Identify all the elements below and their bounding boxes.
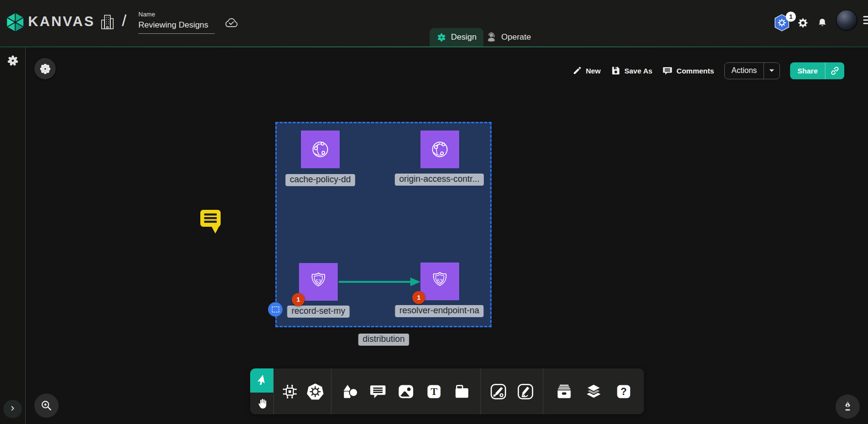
help-tool[interactable]: ? — [614, 382, 633, 401]
node-origin-access-control[interactable] — [420, 131, 459, 168]
cloudfront-globe-icon — [308, 137, 332, 161]
canvas-comment-marker[interactable] — [200, 209, 222, 234]
utility-tool-group: ? — [543, 368, 644, 414]
image-icon — [397, 383, 415, 400]
design-tab-icon — [436, 32, 447, 43]
notifications-bell-icon[interactable] — [817, 17, 827, 28]
caret-down-icon — [769, 69, 775, 73]
organization-icon[interactable] — [101, 14, 114, 30]
bottom-toolbar: T — [250, 368, 644, 414]
cloud-sync-icon — [224, 16, 239, 29]
question-mark-icon: ? — [615, 383, 632, 400]
pencil-scribble-icon — [517, 383, 534, 400]
frame-tool[interactable] — [452, 382, 471, 401]
sidebar-swirl-icon[interactable] — [6, 54, 19, 67]
actions-dropdown-toggle[interactable] — [763, 63, 779, 79]
actions-split-button[interactable]: Actions — [724, 62, 780, 79]
sidebar-expand-button[interactable]: › — [3, 400, 22, 418]
comment-tool[interactable] — [369, 382, 387, 401]
canvas-action-bar: New Save As Comments Actions Share — [572, 62, 844, 79]
node-label-origin-access-control[interactable]: origin-access-contr... — [395, 174, 484, 186]
user-avatar[interactable] — [836, 10, 857, 31]
question-glyph: ? — [620, 386, 627, 397]
drawer-icon — [555, 383, 573, 400]
node-label-cache-policy[interactable]: cache-policy-dd — [285, 174, 355, 186]
pen-path-tool[interactable] — [489, 382, 508, 401]
hand-icon — [256, 397, 268, 409]
text-glyph: T — [431, 386, 437, 397]
pen-nib-icon — [842, 401, 853, 412]
text-tool[interactable]: T — [425, 382, 443, 401]
copy-link-button[interactable] — [825, 62, 844, 79]
comments-icon — [662, 66, 673, 76]
actions-label[interactable]: Actions — [725, 63, 763, 79]
route53-shield-icon — [306, 270, 330, 294]
pencil-icon — [572, 66, 582, 75]
node-label-resolver-endpoint[interactable]: resolver-endpoint-na — [395, 305, 483, 317]
left-sidebar: › — [0, 47, 26, 424]
tab-operate[interactable]: Operate — [479, 28, 538, 46]
zoom-in-button[interactable] — [34, 394, 59, 418]
app-logo-text: KANVAS — [28, 14, 95, 29]
header-accent-line — [0, 46, 868, 47]
name-field-label: Name — [138, 11, 215, 18]
layers-tool[interactable] — [584, 382, 603, 401]
magnifier-plus-icon — [40, 399, 53, 412]
circuit-chip-icon — [281, 383, 299, 400]
operate-tab-label: Operate — [501, 32, 531, 42]
selection-marquee-handle[interactable] — [268, 302, 283, 317]
text-tool-icon: T — [426, 383, 442, 400]
content-tool-group: T — [331, 368, 480, 414]
select-tool[interactable] — [250, 368, 273, 393]
comment-bubble-icon — [369, 383, 387, 400]
kubernetes-tool[interactable] — [306, 382, 324, 401]
settings-gear-icon[interactable] — [797, 17, 808, 29]
pointer-tool-group — [250, 368, 273, 414]
comments-label: Comments — [676, 67, 714, 75]
flower-icon — [39, 63, 51, 75]
shapes-tool[interactable] — [341, 382, 359, 401]
link-icon — [830, 66, 840, 76]
share-split-button[interactable]: Share — [790, 62, 844, 79]
new-button[interactable]: New — [572, 66, 601, 75]
node-label-record-set[interactable]: record-set-my — [287, 306, 349, 318]
pen-path-icon — [490, 383, 507, 400]
chevron-right-icon: › — [11, 402, 14, 414]
cloudfront-globe-icon — [425, 135, 455, 164]
pan-tool[interactable] — [250, 393, 273, 414]
cursor-arrow-icon — [255, 374, 268, 387]
save-as-button[interactable]: Save As — [611, 66, 652, 75]
meshsync-circuit-tool[interactable] — [281, 382, 299, 401]
node-record-set[interactable] — [299, 263, 338, 301]
resolver-endpoint-badge: 1 — [412, 291, 425, 304]
design-name-input[interactable] — [138, 19, 215, 34]
shapes-icon — [342, 383, 359, 400]
tab-design[interactable]: Design — [430, 28, 483, 46]
marquee-icon — [272, 307, 279, 312]
route53-shield-icon — [428, 269, 452, 293]
kubernetes-wheel-icon — [306, 382, 324, 400]
image-tool[interactable] — [397, 382, 415, 401]
canvas-menu-button[interactable] — [34, 58, 56, 79]
record-set-badge: 1 — [292, 293, 305, 306]
kanvas-logo-icon[interactable] — [6, 13, 24, 32]
comments-button[interactable]: Comments — [662, 66, 714, 76]
design-name-field: Name — [138, 11, 215, 34]
new-label: New — [586, 67, 601, 75]
infra-tool-group — [274, 368, 331, 414]
edge-record-set-to-resolver[interactable] — [338, 276, 422, 288]
pen-mode-button[interactable] — [836, 395, 860, 419]
share-label[interactable]: Share — [790, 62, 825, 79]
design-tab-label: Design — [451, 32, 477, 42]
save-as-label: Save As — [624, 67, 652, 75]
archive-drawer-tool[interactable] — [555, 382, 573, 401]
breadcrumb-separator: / — [122, 12, 126, 30]
kubernetes-count-badge: 1 — [786, 12, 796, 22]
node-resolver-endpoint[interactable] — [420, 263, 459, 300]
group-label-distribution[interactable]: distribution — [358, 334, 409, 346]
node-cache-policy[interactable] — [301, 131, 340, 168]
hamburger-menu-icon[interactable] — [863, 16, 868, 24]
app-header: KANVAS / Name Design — [0, 0, 868, 46]
freehand-draw-tool[interactable] — [516, 382, 535, 401]
frame-icon — [453, 383, 470, 400]
